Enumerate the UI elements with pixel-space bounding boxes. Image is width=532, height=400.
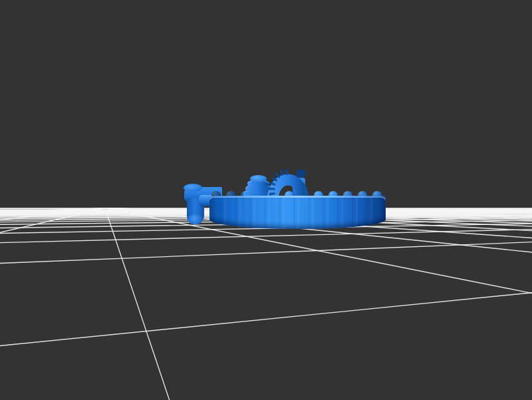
step-pulley-cap <box>250 175 267 182</box>
arm-joint-cap <box>184 184 202 192</box>
disc-rim-highlight <box>209 196 386 198</box>
model-assembly[interactable] <box>0 0 532 400</box>
arm-elbow-cap <box>188 214 203 224</box>
disc-body <box>209 196 386 229</box>
viewport-3d[interactable] <box>0 0 532 400</box>
arch-notch <box>296 169 305 178</box>
